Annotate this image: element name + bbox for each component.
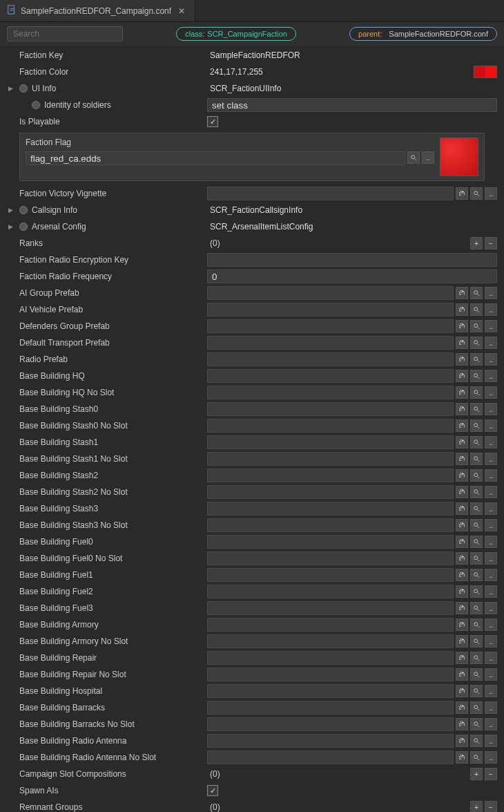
more-icon[interactable]: .. (485, 403, 497, 415)
more-icon[interactable]: .. (485, 386, 497, 399)
open-asset-icon[interactable] (456, 419, 468, 432)
open-asset-icon[interactable] (456, 370, 468, 382)
more-icon[interactable]: .. (485, 370, 497, 382)
faction-flag-input[interactable] (26, 151, 405, 165)
asset-input[interactable] (207, 668, 454, 681)
checkbox[interactable]: ✓ (207, 116, 218, 127)
more-icon[interactable]: .. (485, 419, 497, 432)
search-asset-icon[interactable] (470, 685, 483, 697)
open-asset-icon[interactable] (456, 569, 468, 581)
asset-input[interactable] (207, 419, 454, 433)
asset-input[interactable] (207, 286, 454, 300)
more-icon[interactable]: .. (485, 602, 497, 614)
more-icon[interactable]: .. (485, 502, 497, 515)
open-asset-icon[interactable] (456, 701, 468, 714)
parent-chip[interactable]: parent: SampleFactionREDFOR.conf (349, 27, 497, 41)
search-asset-icon[interactable] (470, 320, 483, 332)
search-asset-icon[interactable] (470, 552, 483, 565)
open-asset-icon[interactable] (456, 552, 468, 565)
asset-input[interactable] (207, 469, 454, 482)
add-item-icon[interactable]: + (470, 801, 483, 812)
asset-input[interactable] (207, 187, 454, 200)
more-icon[interactable]: .. (485, 469, 497, 482)
search-input[interactable] (7, 26, 123, 41)
remove-item-icon[interactable]: − (485, 237, 497, 249)
search-asset-icon[interactable] (407, 151, 420, 164)
open-asset-icon[interactable] (456, 403, 468, 415)
open-asset-icon[interactable] (456, 635, 468, 648)
search-asset-icon[interactable] (470, 287, 483, 299)
asset-input[interactable] (207, 585, 454, 598)
more-icon[interactable]: .. (485, 751, 497, 764)
add-item-icon[interactable]: + (470, 237, 483, 249)
asset-input[interactable] (207, 319, 454, 333)
open-asset-icon[interactable] (456, 353, 468, 366)
expand-arrow-icon[interactable]: ▶ (8, 223, 13, 230)
remove-item-icon[interactable]: − (485, 768, 497, 780)
open-asset-icon[interactable] (456, 337, 468, 349)
open-asset-icon[interactable] (456, 751, 468, 764)
open-asset-icon[interactable] (456, 685, 468, 697)
asset-input[interactable] (207, 435, 454, 449)
text-input[interactable] (207, 253, 497, 267)
asset-input[interactable] (207, 336, 454, 350)
search-asset-icon[interactable] (470, 701, 483, 714)
file-tab[interactable]: SampleFactionREDFOR_Campaign.conf ✕ (0, 0, 195, 21)
more-icon[interactable]: .. (485, 569, 497, 581)
more-icon[interactable]: .. (485, 701, 497, 714)
open-asset-icon[interactable] (456, 453, 468, 465)
asset-input[interactable] (207, 485, 454, 499)
open-asset-icon[interactable] (456, 602, 468, 614)
asset-input[interactable] (207, 601, 454, 615)
expand-arrow-icon[interactable]: ▶ (8, 85, 13, 92)
open-asset-icon[interactable] (456, 652, 468, 664)
asset-input[interactable] (207, 402, 454, 416)
search-asset-icon[interactable] (470, 386, 483, 399)
search-asset-icon[interactable] (470, 585, 483, 598)
text-input[interactable] (207, 270, 497, 283)
more-icon[interactable]: .. (485, 668, 497, 681)
open-asset-icon[interactable] (456, 619, 468, 631)
more-icon[interactable]: .. (485, 187, 497, 200)
search-asset-icon[interactable] (470, 303, 483, 316)
search-asset-icon[interactable] (470, 502, 483, 515)
asset-input[interactable] (207, 750, 454, 764)
asset-input[interactable] (207, 386, 454, 399)
more-icon[interactable]: .. (485, 287, 497, 299)
open-asset-icon[interactable] (456, 187, 468, 200)
class-chip[interactable]: class: SCR_CampaignFaction (176, 27, 296, 41)
open-asset-icon[interactable] (456, 386, 468, 399)
asset-input[interactable] (207, 701, 454, 715)
open-asset-icon[interactable] (456, 303, 468, 316)
open-asset-icon[interactable] (456, 436, 468, 449)
asset-input[interactable] (207, 717, 454, 731)
more-icon[interactable]: .. (485, 436, 497, 449)
more-icon[interactable]: .. (485, 337, 497, 349)
open-asset-icon[interactable] (456, 320, 468, 332)
search-asset-icon[interactable] (470, 536, 483, 548)
asset-input[interactable] (207, 452, 454, 466)
checkbox[interactable]: ✓ (207, 785, 218, 796)
search-asset-icon[interactable] (470, 187, 483, 200)
asset-input[interactable] (207, 734, 454, 748)
asset-input[interactable] (207, 535, 454, 549)
more-icon[interactable]: .. (485, 718, 497, 730)
set-class-input[interactable] (207, 98, 497, 112)
search-asset-icon[interactable] (470, 652, 483, 664)
more-icon[interactable]: .. (485, 353, 497, 366)
search-asset-icon[interactable] (470, 486, 483, 498)
more-icon[interactable]: .. (485, 619, 497, 631)
search-asset-icon[interactable] (470, 619, 483, 631)
asset-input[interactable] (207, 634, 454, 648)
search-asset-icon[interactable] (470, 602, 483, 614)
asset-input[interactable] (207, 518, 454, 532)
open-asset-icon[interactable] (456, 668, 468, 681)
asset-input[interactable] (207, 651, 454, 665)
open-asset-icon[interactable] (456, 469, 468, 482)
more-icon[interactable]: .. (485, 320, 497, 332)
search-asset-icon[interactable] (470, 337, 483, 349)
asset-input[interactable] (207, 369, 454, 383)
open-asset-icon[interactable] (456, 502, 468, 515)
more-icon[interactable]: .. (485, 536, 497, 548)
more-icon[interactable]: .. (485, 552, 497, 565)
